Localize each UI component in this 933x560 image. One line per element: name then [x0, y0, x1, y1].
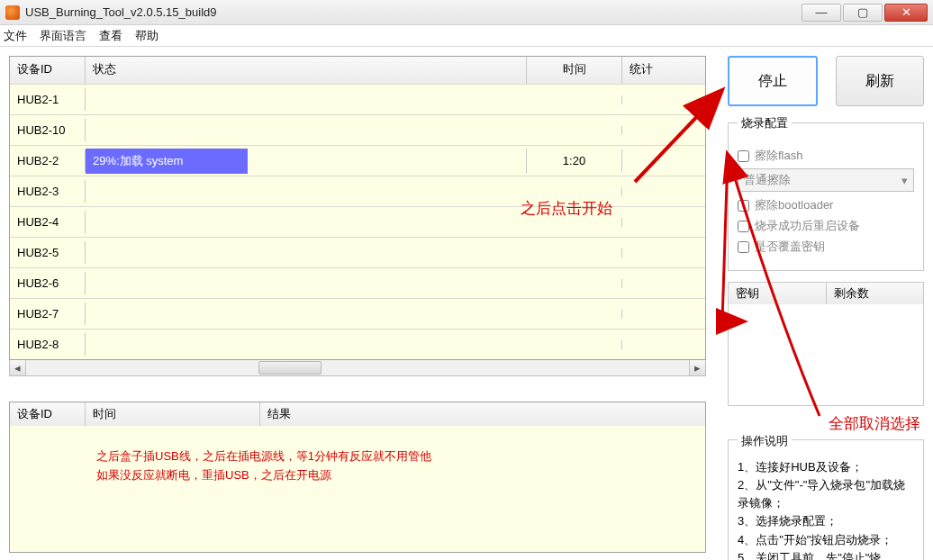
cell-time — [527, 248, 622, 257]
log-table-header: 设备ID 时间 结果 — [10, 402, 705, 426]
annotation-uncheck-all: 全部取消选择 — [728, 413, 920, 434]
cell-time — [527, 340, 622, 349]
refresh-button[interactable]: 刷新 — [836, 56, 924, 106]
instructions-title: 操作说明 — [738, 432, 792, 450]
cell-time — [527, 310, 622, 319]
instruction-line: 3、选择烧录配置； — [738, 512, 914, 530]
log-body: 之后盒子插USB线，之后在插电源线，等1分钟有反应就不用管他 如果没反应就断电，… — [10, 426, 705, 552]
cell-count — [622, 310, 705, 319]
device-table-header: 设备ID 状态 时间 统计 — [10, 57, 705, 84]
progress-cell: 29%:加载 system — [86, 149, 248, 174]
menu-help[interactable]: 帮助 — [135, 28, 159, 44]
key-table: 密钥 剩余数 — [728, 282, 924, 406]
col-device-id[interactable]: 设备ID — [10, 57, 86, 84]
table-row[interactable]: HUB2-5 — [10, 237, 705, 267]
menu-language[interactable]: 界面语言 — [40, 28, 86, 44]
menubar: 文件 界面语言 查看 帮助 — [0, 25, 933, 47]
instruction-line: 5、关闭工具前，先"停止"烧 — [738, 549, 914, 560]
log-col-result[interactable]: 结果 — [260, 402, 705, 426]
table-row[interactable]: HUB2-229%:加载 system1:20 — [10, 145, 705, 176]
log-table: 设备ID 时间 结果 之后盒子插USB线，之后在插电源线，等1分钟有反应就不用管… — [9, 402, 706, 553]
cell-device-id: HUB2-6 — [10, 272, 86, 294]
col-status[interactable]: 状态 — [86, 57, 527, 84]
cell-time — [527, 279, 622, 288]
cell-count — [622, 340, 705, 349]
cell-device-id: HUB2-4 — [10, 211, 86, 233]
device-table-hscroll[interactable]: ◂ ▸ — [9, 360, 706, 376]
erase-bootloader-checkbox[interactable]: 擦除bootloader — [738, 197, 914, 213]
titlebar: USB_Burning_Tool_v2.0.5.15_build9 — ▢ ✕ — [0, 0, 933, 25]
minimize-button[interactable]: — — [802, 4, 841, 22]
cell-device-id: HUB2-5 — [10, 241, 86, 264]
reboot-after-checkbox[interactable]: 烧录成功后重启设备 — [738, 218, 914, 234]
cell-count — [622, 187, 705, 196]
instruction-line: 1、连接好HUB及设备； — [738, 458, 914, 476]
cell-device-id: HUB2-10 — [10, 119, 86, 141]
col-time[interactable]: 时间 — [527, 57, 622, 84]
instruction-line: 2、从"文件"-"导入烧录包"加载烧录镜像； — [738, 476, 914, 512]
menu-file[interactable]: 文件 — [4, 28, 27, 44]
cell-time: 1:20 — [527, 149, 622, 172]
window-title: USB_Burning_Tool_v2.0.5.15_build9 — [25, 5, 217, 19]
scroll-left-icon[interactable]: ◂ — [10, 360, 26, 375]
burn-config-group: 烧录配置 擦除flash 普通擦除 ▾ 擦除bootloader 烧录成功后重启… — [728, 122, 924, 271]
cell-count — [622, 279, 705, 288]
cell-count — [622, 157, 705, 166]
erase-mode-select[interactable]: 普通擦除 ▾ — [738, 168, 914, 192]
cell-count — [622, 95, 705, 104]
cell-status: 29%:加载 system — [86, 149, 527, 174]
stop-button[interactable]: 停止 — [728, 56, 818, 106]
cell-device-id: HUB2-3 — [10, 180, 86, 203]
cell-count — [622, 218, 705, 227]
table-row[interactable]: HUB2-6 — [10, 267, 705, 298]
close-button[interactable]: ✕ — [884, 4, 928, 22]
menu-view[interactable]: 查看 — [99, 28, 122, 44]
instructions-group: 操作说明 1、连接好HUB及设备； 2、从"文件"-"导入烧录包"加载烧录镜像；… — [728, 439, 924, 560]
table-row[interactable]: HUB2-8 — [10, 329, 705, 359]
instruction-line: 4、点击"开始"按钮启动烧录； — [738, 531, 914, 549]
table-row[interactable]: HUB2-7 — [10, 298, 705, 329]
cell-count — [622, 248, 705, 257]
scroll-thumb[interactable] — [258, 361, 322, 375]
annotation-note2: 如果没反应就断电，重插USB，之后在开电源 — [96, 466, 696, 485]
key-col-remain[interactable]: 剩余数 — [827, 283, 924, 304]
key-col-key[interactable]: 密钥 — [729, 283, 827, 304]
cell-device-id: HUB2-2 — [10, 149, 86, 172]
cell-device-id: HUB2-7 — [10, 303, 86, 325]
cell-time — [527, 126, 622, 135]
cell-time — [527, 95, 622, 104]
app-icon — [5, 5, 20, 20]
key-table-body — [729, 304, 923, 405]
cell-device-id: HUB2-1 — [10, 88, 86, 111]
scroll-right-icon[interactable]: ▸ — [689, 360, 705, 375]
cell-device-id: HUB2-8 — [10, 333, 86, 356]
log-col-device-id[interactable]: 设备ID — [10, 402, 86, 426]
burn-config-title: 烧录配置 — [738, 115, 792, 131]
cell-count — [622, 126, 705, 135]
maximize-button[interactable]: ▢ — [843, 4, 883, 22]
chevron-down-icon: ▾ — [901, 174, 908, 187]
table-row[interactable]: HUB2-10 — [10, 114, 705, 145]
annotation-click-start: 之后点击开始 — [521, 198, 612, 219]
cell-time — [527, 218, 622, 227]
cell-time — [527, 187, 622, 196]
annotation-note1: 之后盒子插USB线，之后在插电源线，等1分钟有反应就不用管他 — [96, 447, 696, 466]
overwrite-key-checkbox[interactable]: 是否覆盖密钥 — [738, 239, 914, 255]
erase-flash-checkbox[interactable]: 擦除flash — [738, 148, 914, 164]
table-row[interactable]: HUB2-1 — [10, 84, 705, 114]
log-col-time[interactable]: 时间 — [86, 402, 260, 426]
col-count[interactable]: 统计 — [622, 57, 705, 84]
